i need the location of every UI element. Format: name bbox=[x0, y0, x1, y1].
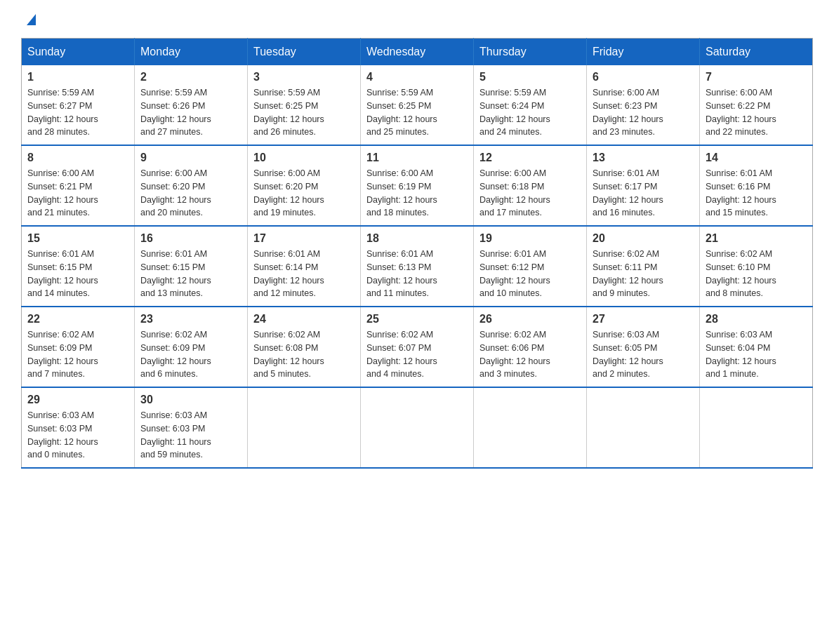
sunset-info: Sunset: 6:22 PM bbox=[706, 101, 770, 111]
day-number: 26 bbox=[479, 313, 581, 326]
sunset-info: Sunset: 6:26 PM bbox=[140, 101, 205, 111]
daylight-minutes: and 10 minutes. bbox=[479, 288, 542, 298]
sunrise-info: Sunrise: 6:02 AM bbox=[140, 330, 207, 340]
sunset-info: Sunset: 6:16 PM bbox=[706, 182, 770, 192]
sunrise-info: Sunrise: 6:00 AM bbox=[706, 88, 772, 98]
daylight-minutes: and 23 minutes. bbox=[593, 127, 655, 137]
week-row-1: 1Sunrise: 5:59 AMSunset: 6:27 PMDaylight… bbox=[22, 65, 813, 145]
day-info: Sunrise: 6:00 AMSunset: 6:22 PMDaylight:… bbox=[706, 86, 807, 139]
sunset-info: Sunset: 6:13 PM bbox=[366, 262, 431, 272]
sunrise-info: Sunrise: 6:00 AM bbox=[27, 168, 94, 178]
sunset-info: Sunset: 6:19 PM bbox=[366, 182, 431, 192]
sunset-info: Sunset: 6:03 PM bbox=[27, 424, 92, 434]
day-cell: 11Sunrise: 6:00 AMSunset: 6:19 PMDayligh… bbox=[361, 145, 474, 226]
day-number: 2 bbox=[140, 71, 241, 83]
daylight-minutes: and 15 minutes. bbox=[706, 208, 768, 217]
sunset-info: Sunset: 6:08 PM bbox=[253, 343, 318, 353]
day-cell: 15Sunrise: 6:01 AMSunset: 6:15 PMDayligh… bbox=[22, 226, 135, 307]
day-number: 28 bbox=[706, 313, 807, 326]
daylight-info: Daylight: 12 hours bbox=[27, 276, 98, 286]
day-cell: 13Sunrise: 6:01 AMSunset: 6:17 PMDayligh… bbox=[587, 145, 700, 226]
day-number: 27 bbox=[593, 313, 694, 326]
sunset-info: Sunset: 6:09 PM bbox=[140, 343, 205, 353]
sunrise-info: Sunrise: 6:03 AM bbox=[27, 410, 94, 420]
daylight-info: Daylight: 12 hours bbox=[479, 276, 550, 286]
day-cell: 22Sunrise: 6:02 AMSunset: 6:09 PMDayligh… bbox=[22, 307, 135, 387]
daylight-info: Daylight: 12 hours bbox=[366, 114, 437, 124]
sunset-info: Sunset: 6:18 PM bbox=[479, 182, 544, 192]
daylight-info: Daylight: 12 hours bbox=[140, 276, 211, 286]
sunset-info: Sunset: 6:07 PM bbox=[366, 343, 431, 353]
daylight-info: Daylight: 12 hours bbox=[706, 195, 776, 205]
daylight-minutes: and 7 minutes. bbox=[27, 369, 85, 379]
sunrise-info: Sunrise: 6:01 AM bbox=[479, 249, 546, 259]
sunrise-info: Sunrise: 5:59 AM bbox=[479, 88, 546, 98]
day-number: 16 bbox=[140, 232, 241, 245]
sunrise-info: Sunrise: 6:00 AM bbox=[140, 168, 207, 178]
day-info: Sunrise: 6:00 AMSunset: 6:21 PMDaylight:… bbox=[27, 167, 128, 220]
daylight-info: Daylight: 12 hours bbox=[366, 356, 437, 366]
daylight-minutes: and 59 minutes. bbox=[140, 450, 203, 459]
sunset-info: Sunset: 6:25 PM bbox=[253, 101, 318, 111]
sunrise-info: Sunrise: 6:01 AM bbox=[253, 249, 320, 259]
daylight-minutes: and 22 minutes. bbox=[706, 127, 768, 137]
sunset-info: Sunset: 6:24 PM bbox=[479, 101, 544, 111]
day-info: Sunrise: 6:01 AMSunset: 6:17 PMDaylight:… bbox=[593, 167, 694, 220]
sunrise-info: Sunrise: 6:02 AM bbox=[27, 330, 94, 340]
daylight-info: Daylight: 12 hours bbox=[253, 114, 324, 124]
sunrise-info: Sunrise: 6:02 AM bbox=[593, 249, 659, 259]
day-info: Sunrise: 6:02 AMSunset: 6:07 PMDaylight:… bbox=[366, 328, 468, 381]
day-cell: 29Sunrise: 6:03 AMSunset: 6:03 PMDayligh… bbox=[22, 387, 135, 468]
sunrise-info: Sunrise: 6:00 AM bbox=[593, 88, 659, 98]
day-number: 5 bbox=[479, 71, 581, 83]
day-cell: 3Sunrise: 5:59 AMSunset: 6:25 PMDaylight… bbox=[248, 65, 361, 145]
sunrise-info: Sunrise: 6:02 AM bbox=[253, 330, 320, 340]
day-info: Sunrise: 6:00 AMSunset: 6:20 PMDaylight:… bbox=[140, 167, 241, 220]
daylight-info: Daylight: 12 hours bbox=[366, 195, 437, 205]
day-number: 12 bbox=[479, 152, 581, 164]
day-cell: 23Sunrise: 6:02 AMSunset: 6:09 PMDayligh… bbox=[135, 307, 248, 387]
day-info: Sunrise: 5:59 AMSunset: 6:27 PMDaylight:… bbox=[27, 86, 128, 139]
day-cell: 5Sunrise: 5:59 AMSunset: 6:24 PMDaylight… bbox=[474, 65, 587, 145]
day-info: Sunrise: 6:03 AMSunset: 6:03 PMDaylight:… bbox=[27, 409, 128, 462]
day-number: 11 bbox=[366, 152, 468, 164]
daylight-info: Daylight: 12 hours bbox=[479, 195, 550, 205]
day-cell: 4Sunrise: 5:59 AMSunset: 6:25 PMDaylight… bbox=[361, 65, 474, 145]
daylight-info: Daylight: 12 hours bbox=[253, 356, 324, 366]
day-info: Sunrise: 6:01 AMSunset: 6:13 PMDaylight:… bbox=[366, 248, 468, 300]
sunrise-info: Sunrise: 6:00 AM bbox=[366, 168, 433, 178]
day-info: Sunrise: 5:59 AMSunset: 6:25 PMDaylight:… bbox=[366, 86, 468, 139]
day-number: 21 bbox=[706, 232, 807, 245]
day-cell: 16Sunrise: 6:01 AMSunset: 6:15 PMDayligh… bbox=[135, 226, 248, 307]
day-info: Sunrise: 6:02 AMSunset: 6:06 PMDaylight:… bbox=[479, 328, 581, 381]
day-cell: 17Sunrise: 6:01 AMSunset: 6:14 PMDayligh… bbox=[248, 226, 361, 307]
day-number: 18 bbox=[366, 232, 468, 245]
day-info: Sunrise: 6:02 AMSunset: 6:09 PMDaylight:… bbox=[140, 328, 241, 381]
day-info: Sunrise: 6:00 AMSunset: 6:19 PMDaylight:… bbox=[366, 167, 468, 220]
day-cell: 12Sunrise: 6:00 AMSunset: 6:18 PMDayligh… bbox=[474, 145, 587, 226]
daylight-minutes: and 1 minute. bbox=[706, 369, 759, 379]
daylight-minutes: and 11 minutes. bbox=[366, 288, 429, 298]
header-cell-wednesday: Wednesday bbox=[361, 39, 474, 66]
daylight-info: Daylight: 12 hours bbox=[479, 114, 550, 124]
day-cell: 18Sunrise: 6:01 AMSunset: 6:13 PMDayligh… bbox=[361, 226, 474, 307]
daylight-minutes: and 28 minutes. bbox=[27, 127, 90, 137]
day-info: Sunrise: 6:03 AMSunset: 6:04 PMDaylight:… bbox=[706, 328, 807, 381]
day-cell: 14Sunrise: 6:01 AMSunset: 6:16 PMDayligh… bbox=[700, 145, 813, 226]
day-number: 9 bbox=[140, 152, 241, 164]
day-number: 14 bbox=[706, 152, 807, 164]
sunrise-info: Sunrise: 6:03 AM bbox=[706, 330, 772, 340]
day-info: Sunrise: 6:03 AMSunset: 6:05 PMDaylight:… bbox=[593, 328, 694, 381]
week-row-5: 29Sunrise: 6:03 AMSunset: 6:03 PMDayligh… bbox=[22, 387, 813, 468]
day-info: Sunrise: 6:01 AMSunset: 6:15 PMDaylight:… bbox=[140, 248, 241, 300]
day-info: Sunrise: 6:01 AMSunset: 6:12 PMDaylight:… bbox=[479, 248, 581, 300]
sunrise-info: Sunrise: 6:01 AM bbox=[593, 168, 659, 178]
sunrise-info: Sunrise: 6:03 AM bbox=[140, 410, 207, 420]
day-number: 7 bbox=[706, 71, 807, 83]
sunrise-info: Sunrise: 6:02 AM bbox=[366, 330, 433, 340]
daylight-minutes: and 20 minutes. bbox=[140, 208, 203, 217]
logo-triangle-icon bbox=[27, 14, 36, 25]
daylight-info: Daylight: 12 hours bbox=[366, 276, 437, 286]
daylight-minutes: and 13 minutes. bbox=[140, 288, 203, 298]
day-cell: 7Sunrise: 6:00 AMSunset: 6:22 PMDaylight… bbox=[700, 65, 813, 145]
